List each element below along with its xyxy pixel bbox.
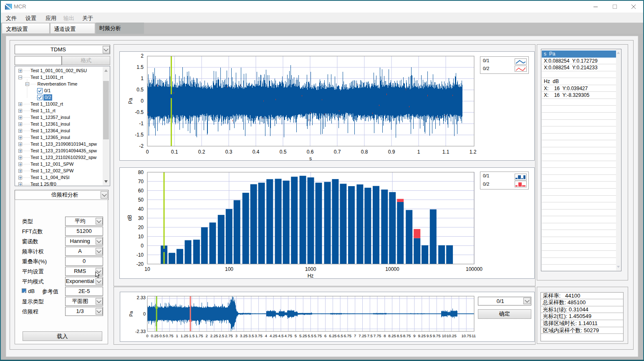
svg-text:-2: -2 (139, 143, 144, 149)
svg-text:s: s (309, 156, 312, 161)
svg-text:0.5: 0.5 (159, 333, 165, 338)
svg-text:5: 5 (295, 333, 297, 338)
svg-text:0.9: 0.9 (388, 149, 395, 155)
svg-text:0.5: 0.5 (280, 149, 287, 155)
svg-text:4.75: 4.75 (284, 333, 292, 338)
svg-text:100000: 100000 (466, 266, 482, 272)
svg-text:0.1: 0.1 (171, 149, 178, 155)
svg-text:10.75: 10.75 (461, 333, 471, 338)
svg-text:1.1: 1.1 (442, 149, 450, 155)
svg-text:4.5: 4.5 (278, 333, 283, 338)
svg-text:7.75: 7.75 (374, 333, 381, 338)
svg-text:-0.5: -0.5 (135, 109, 144, 115)
svg-text:3.75: 3.75 (255, 333, 263, 338)
svg-text:6: 6 (324, 333, 326, 338)
svg-text:1: 1 (176, 333, 178, 338)
svg-text:11: 11 (472, 333, 476, 338)
svg-text:0.2: 0.2 (198, 149, 205, 155)
svg-text:1.5: 1.5 (136, 64, 144, 70)
svg-text:20: 20 (138, 225, 144, 230)
svg-text:40: 40 (138, 206, 144, 212)
svg-text:0.4: 0.4 (253, 149, 260, 155)
svg-text:9.75: 9.75 (433, 333, 441, 338)
svg-text:Hz: Hz (308, 273, 314, 279)
svg-text:Pa: Pa (129, 311, 134, 316)
svg-text:7.5: 7.5 (367, 333, 373, 338)
svg-text:8.75: 8.75 (403, 333, 411, 338)
svg-text:70: 70 (138, 179, 144, 184)
svg-text:3.25: 3.25 (240, 333, 248, 338)
svg-text:2.5: 2.5 (219, 333, 224, 338)
svg-text:2: 2 (141, 53, 144, 59)
svg-text:2.25: 2.25 (210, 333, 218, 338)
svg-text:0.7: 0.7 (334, 149, 341, 155)
svg-text:0: 0 (141, 243, 144, 249)
svg-text:0.6: 0.6 (307, 149, 314, 155)
svg-text:Pa: Pa (128, 98, 134, 104)
svg-text:2: 2 (206, 333, 208, 338)
svg-text:2.75: 2.75 (225, 333, 233, 338)
svg-text:5.75: 5.75 (314, 333, 322, 338)
svg-text:80: 80 (138, 169, 144, 175)
svg-text:0: 0 (143, 311, 146, 316)
svg-text:0: 0 (146, 333, 148, 338)
svg-text:1.5: 1.5 (189, 333, 194, 338)
svg-text:9: 9 (413, 333, 415, 338)
svg-text:6.5: 6.5 (338, 333, 343, 338)
svg-text:10: 10 (138, 234, 144, 240)
svg-text:7: 7 (354, 333, 356, 338)
svg-text:3: 3 (235, 333, 237, 338)
svg-text:dB: dB (127, 215, 133, 221)
svg-text:4.25: 4.25 (270, 333, 278, 338)
svg-text:0.75: 0.75 (166, 333, 174, 338)
svg-text:6.75: 6.75 (344, 333, 352, 338)
svg-text:0: 0 (141, 98, 144, 104)
svg-text:7.25: 7.25 (359, 333, 366, 338)
svg-text:1.2: 1.2 (470, 149, 477, 155)
svg-text:60: 60 (138, 188, 144, 194)
svg-text:10: 10 (442, 333, 447, 338)
svg-text:5.25: 5.25 (299, 333, 307, 338)
svg-text:9.25: 9.25 (418, 333, 426, 338)
svg-text:0.3: 0.3 (225, 149, 232, 155)
svg-text:-10: -10 (136, 252, 144, 258)
svg-text:10000: 10000 (385, 266, 399, 272)
svg-text:9.5: 9.5 (427, 333, 432, 338)
svg-text:8: 8 (384, 333, 386, 338)
svg-text:5.5: 5.5 (308, 333, 313, 338)
svg-text:1.25: 1.25 (181, 333, 189, 338)
svg-text:0.8: 0.8 (361, 149, 368, 155)
svg-text:-20: -20 (136, 261, 144, 267)
svg-text:50: 50 (138, 197, 144, 203)
svg-text:-2.33: -2.33 (135, 329, 146, 334)
svg-text:100: 100 (225, 266, 233, 272)
svg-text:-1: -1 (139, 121, 144, 126)
svg-text:0.5: 0.5 (136, 87, 144, 93)
svg-text:1.75: 1.75 (195, 333, 203, 338)
svg-text:3.5: 3.5 (248, 333, 254, 338)
svg-text:30: 30 (138, 215, 144, 221)
svg-text:1000: 1000 (305, 266, 316, 272)
svg-text:10.25: 10.25 (447, 333, 457, 338)
svg-text:10: 10 (144, 266, 150, 272)
svg-text:1: 1 (417, 149, 420, 155)
svg-text:0.25: 0.25 (151, 333, 159, 338)
svg-text:0: 0 (146, 149, 149, 155)
svg-text:-1.5: -1.5 (135, 132, 144, 138)
svg-text:6.25: 6.25 (329, 333, 337, 338)
svg-text:8.5: 8.5 (397, 333, 402, 338)
svg-text:4: 4 (265, 333, 267, 338)
svg-text:2.33: 2.33 (137, 295, 146, 300)
svg-text:8.25: 8.25 (388, 333, 396, 338)
svg-text:1: 1 (141, 76, 144, 81)
